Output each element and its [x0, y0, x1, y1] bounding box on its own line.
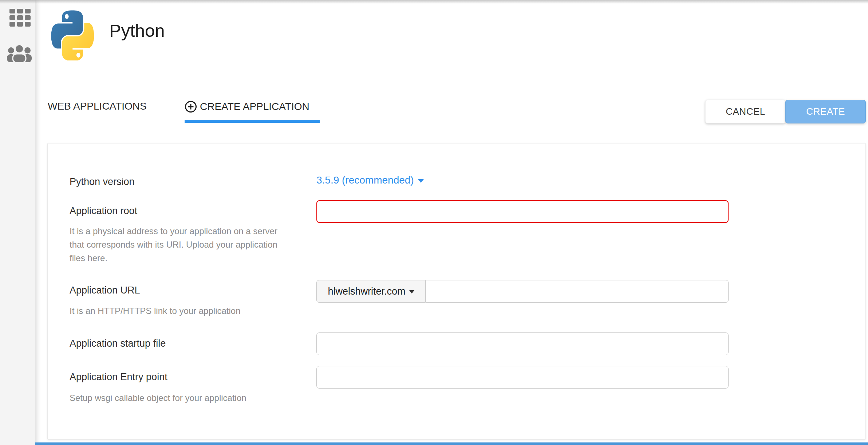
python-version-dropdown[interactable]: 3.5.9 (recommended): [316, 174, 424, 186]
application-entry-point-label: Application Entry point: [70, 371, 167, 383]
active-tab-underline: [185, 120, 320, 123]
application-startup-file-label: Application startup file: [70, 338, 166, 349]
cancel-button[interactable]: CANCEL: [705, 100, 786, 123]
application-root-description: It is a physical address to your applica…: [70, 224, 293, 265]
application-url-description: It is an HTTP/HTTPS link to your applica…: [70, 304, 293, 318]
plus-circle-icon: [185, 101, 197, 113]
python-logo: [51, 9, 94, 60]
apps-grid-icon[interactable]: [9, 9, 31, 28]
python-version-value: 3.5.9 (recommended): [316, 174, 414, 186]
application-root-input[interactable]: [316, 200, 729, 223]
application-entry-point-description: Setup wsgi callable object for your appl…: [70, 391, 293, 405]
users-group-icon[interactable]: [7, 42, 32, 63]
application-startup-file-input[interactable]: [316, 332, 729, 355]
application-url-label: Application URL: [70, 285, 140, 296]
application-url-domain-select[interactable]: hlwelshwriter.com: [316, 280, 426, 303]
application-entry-point-input[interactable]: [316, 366, 729, 389]
create-button[interactable]: CREATE: [785, 100, 866, 123]
application-root-label: Application root: [70, 205, 137, 217]
application-url-input[interactable]: [426, 280, 729, 303]
tab-web-applications[interactable]: WEB APPLICATIONS: [48, 101, 147, 112]
python-version-label: Python version: [70, 176, 135, 188]
create-application-form: Python version 3.5.9 (recommended) Appli…: [47, 143, 866, 440]
page-title: Python: [109, 20, 165, 41]
caret-down-icon: [409, 290, 414, 294]
domain-select-value: hlwelshwriter.com: [328, 286, 405, 297]
left-sidebar: [0, 0, 35, 445]
tab-create-application[interactable]: CREATE APPLICATION: [185, 101, 309, 113]
caret-down-icon: [418, 179, 424, 183]
tab-create-label: CREATE APPLICATION: [200, 101, 309, 113]
top-inset-shadow: [0, 0, 868, 4]
horizontal-scrollbar[interactable]: [35, 442, 868, 445]
